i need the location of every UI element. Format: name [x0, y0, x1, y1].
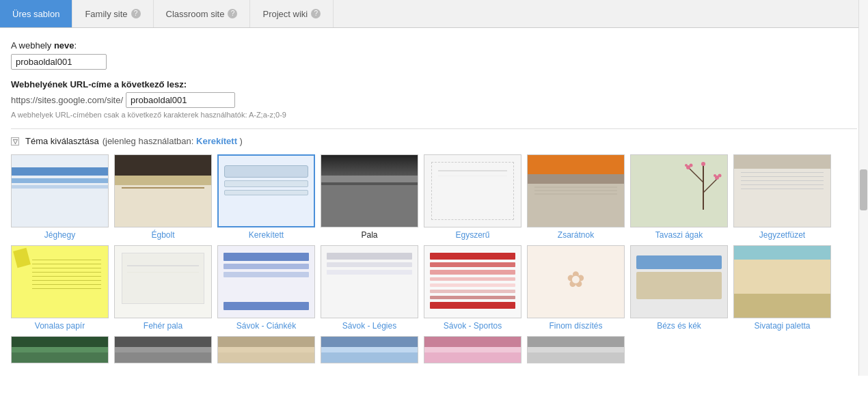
theme-ciankek[interactable]: Sávok - Ciánkék [217, 245, 315, 331]
tab-family-label: Family site [85, 9, 127, 19]
theme-row-3 [11, 336, 857, 363]
tab-classroom-site[interactable]: Classroom site ? [154, 0, 251, 27]
theme-thumb-egbolt [114, 154, 212, 227]
theme-label-finom: Finom díszítés [549, 321, 602, 331]
theme-feherpala[interactable]: Fehér pala [114, 245, 212, 331]
divider [11, 128, 857, 129]
theme-jegyzet[interactable]: Jegyzetfüzet [733, 154, 831, 240]
theme-label-sportos: Sávok - Sportos [444, 321, 502, 331]
theme-label-vonalas: Vonalas papír [35, 321, 85, 331]
classroom-help-icon[interactable]: ? [228, 9, 237, 18]
svg-point-5 [685, 164, 688, 167]
url-section-label: Webhelyének URL-címe a következő lesz: [11, 79, 857, 89]
theme-r3d[interactable] [321, 336, 418, 363]
url-section: Webhelyének URL-címe a következő lesz: h… [11, 79, 857, 119]
svg-line-2 [703, 179, 717, 193]
theme-r3b[interactable] [114, 336, 212, 363]
tab-ures-label: Üres sablon [12, 9, 59, 19]
tab-classroom-label: Classroom site [166, 9, 225, 19]
scrollbar-thumb[interactable] [860, 169, 867, 210]
main-wrapper: Üres sablon Family site ? Classroom site… [0, 0, 868, 376]
theme-thumb-legies [321, 245, 418, 318]
theme-section-label: Téma kiválasztása [25, 136, 99, 146]
theme-bezskek[interactable]: Bézs és kék [630, 245, 728, 331]
theme-label-egyszeru: Egyszerű [455, 230, 489, 240]
theme-r3e[interactable] [424, 336, 521, 363]
theme-tavaszi[interactable]: Tavaszi ágak [630, 154, 728, 240]
theme-thumb-r3c [217, 336, 315, 363]
theme-thumb-jegyzet [733, 154, 831, 227]
theme-thumb-r3f [527, 336, 625, 363]
theme-kerekitett[interactable]: Kerekített [217, 154, 315, 240]
tab-family-site[interactable]: Family site ? [72, 0, 153, 27]
site-name-label: A webhely neve: [11, 40, 857, 51]
theme-zsaratnok[interactable]: Zsarátnok [527, 154, 625, 240]
theme-jeghegy[interactable]: Jéghegy [11, 154, 109, 240]
theme-label-feherpala: Fehér pala [144, 321, 182, 331]
theme-r3c[interactable] [217, 336, 315, 363]
theme-finom[interactable]: ✿ Finom díszítés [527, 245, 625, 331]
theme-label-pala: Pala [361, 230, 377, 240]
theme-thumb-sportos [424, 245, 521, 318]
url-row: https://sites.google.com/site/ [11, 92, 857, 108]
tavaszi-svg [683, 158, 724, 213]
theme-current-info: (jelenleg használatban: Kerekített ) [103, 136, 243, 146]
theme-label-zsaratnok: Zsarátnok [558, 230, 594, 240]
svg-point-8 [714, 174, 716, 177]
theme-label-legies: Sávok - Légies [342, 321, 396, 331]
theme-thumb-kerekitett [217, 154, 315, 227]
theme-row-2: Vonalas papír Fehér pala Sá [11, 245, 857, 331]
theme-label-jegyzet: Jegyzetfüzet [759, 230, 805, 240]
theme-egbolt[interactable]: Égbolt [114, 154, 212, 240]
theme-row-1: Jéghegy Égbolt Kerekített [11, 154, 857, 240]
tab-ures-sablon[interactable]: Üres sablon [0, 0, 72, 27]
content-area: A webhely neve: Webhelyének URL-címe a k… [0, 28, 868, 376]
svg-point-4 [690, 164, 693, 167]
theme-label-kerekitett: Kerekített [249, 230, 284, 240]
tab-project-wiki[interactable]: Project wiki ? [250, 0, 334, 27]
theme-thumb-r3b [114, 336, 212, 363]
site-name-input[interactable] [11, 54, 107, 70]
theme-thumb-egyszeru [424, 154, 521, 227]
theme-sivatagi[interactable]: Sivatagi paletta [733, 245, 831, 331]
theme-r3a[interactable] [11, 336, 109, 363]
family-help-icon[interactable]: ? [131, 9, 141, 18]
theme-thumb-pala [321, 154, 418, 227]
theme-section-header: ▽ Téma kiválasztása (jelenleg használatb… [11, 136, 857, 146]
theme-sportos[interactable]: Sávok - Sportos [424, 245, 521, 331]
theme-expand-icon[interactable]: ▽ [11, 137, 19, 145]
svg-point-7 [718, 174, 722, 178]
theme-label-egbolt: Égbolt [151, 230, 174, 240]
project-help-icon[interactable]: ? [311, 9, 321, 18]
tab-empty [334, 0, 868, 27]
theme-thumb-feherpala [114, 245, 212, 318]
theme-thumb-tavaszi [630, 154, 728, 227]
theme-label-bezskek: Bézs és kék [657, 321, 701, 331]
theme-label-tavaszi: Tavaszi ágak [655, 230, 703, 240]
theme-thumb-ciankek [217, 245, 315, 318]
theme-label-ciankek: Sávok - Ciánkék [236, 321, 296, 331]
theme-current-name: Kerekített [196, 136, 237, 146]
theme-label-jeghegy: Jéghegy [44, 230, 75, 240]
svg-point-9 [701, 162, 705, 166]
theme-thumb-finom: ✿ [527, 245, 625, 318]
theme-thumb-r3a [11, 336, 109, 363]
theme-thumb-r3d [321, 336, 418, 363]
theme-thumb-bezskek [630, 245, 728, 318]
url-hint: A webhelyek URL-címében csak a következő… [11, 111, 857, 119]
theme-r3f[interactable] [527, 336, 625, 363]
theme-legies[interactable]: Sávok - Légies [321, 245, 418, 331]
theme-thumb-zsaratnok [527, 154, 625, 227]
svg-line-1 [690, 169, 703, 182]
theme-thumb-sivatagi [733, 245, 831, 318]
theme-egyszeru[interactable]: Egyszerű [424, 154, 521, 240]
theme-thumb-vonalas [11, 245, 109, 318]
url-input[interactable] [126, 92, 235, 108]
theme-vonalas[interactable]: Vonalas papír [11, 245, 109, 331]
theme-thumb-r3e [424, 336, 521, 363]
theme-pala[interactable]: Pala [321, 154, 418, 240]
tab-bar: Üres sablon Family site ? Classroom site… [0, 0, 868, 28]
scrollbar[interactable] [858, 0, 868, 376]
url-prefix: https://sites.google.com/site/ [11, 95, 123, 105]
tab-project-label: Project wiki [262, 9, 308, 19]
